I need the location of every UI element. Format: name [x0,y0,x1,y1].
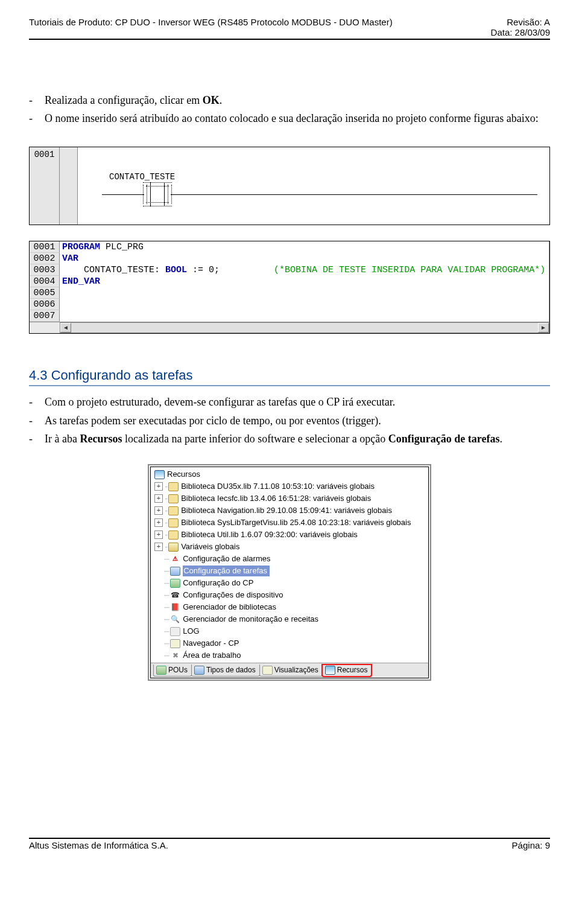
code-line: 0003 CONTATO_TESTE: BOOL := 0; (*BOBINA … [30,264,549,276]
expand-toggle[interactable]: + [154,494,163,503]
tree-item-label: Configurações de dispositivo [183,590,283,601]
expand-toggle[interactable]: + [154,518,163,527]
tree-item-label: Biblioteca SysLibTargetVisu.lib 25.4.08 … [181,517,411,528]
ladder-figure: 0001 CONTATO_TESTE [29,147,550,225]
code-rows: 0001PROGRAM PLC_PRG0002VAR0003 CONTATO_T… [30,241,549,322]
bullet-list-top: Realizada a configuração, clicar em OK. … [29,93,550,126]
tree-root-label: Recursos [167,469,200,480]
tree-item[interactable]: ····☎Configurações de dispositivo [153,589,426,601]
tree-item-label: Biblioteca Util.lib 1.6.07 09:32:00: var… [181,529,358,540]
ladder-rung-area: CONTATO_TESTE [78,147,549,225]
tree-root[interactable]: Recursos [153,468,426,480]
tree-item-label: Configuração de tarefas [183,566,270,576]
tab-label: Tipos de dados [206,665,256,675]
tree-item-label: Área de trabalho [183,650,241,661]
ladder-line-number: 0001 [30,147,60,225]
expand-toggle[interactable]: + [154,531,163,539]
code-line: 0006 [30,299,549,310]
tab-pous[interactable]: POUs [153,664,192,677]
task-icon [194,666,204,675]
code-line: 0002VAR [30,253,549,264]
monitor-icon: 🔍 [170,615,180,624]
alarm-icon: ⚠ [170,555,180,564]
cp-icon [156,666,166,675]
tree-item[interactable]: ····LOG [153,625,426,637]
tree-item[interactable]: +··Variáveis globais [153,541,426,553]
cp-icon [170,579,180,588]
tree-item-label: Gerenciador de monitoração e receitas [183,614,318,625]
tree-item[interactable]: +··Biblioteca Iecsfc.lib 13.4.06 16:51:2… [153,492,426,505]
line-number: 0004 [30,276,60,287]
line-number: 0002 [30,253,60,264]
normally-open-contact [144,185,171,204]
bullet-item: Com o projeto estruturado, devem-se conf… [45,395,550,409]
scroll-right-button[interactable]: ► [538,323,549,333]
tree-item[interactable]: +··Biblioteca DU35x.lib 7.11.08 10:53:10… [153,480,426,492]
bullet-item: Realizada a configuração, clicar em OK. [45,93,550,107]
folder-icon [168,531,179,540]
line-number: 0001 [30,241,60,253]
bullet-item: As tarefas podem ser executadas por cicl… [45,413,550,428]
tree-item-label: Biblioteca Iecsfc.lib 13.4.06 16:51:28: … [181,493,371,504]
resources-icon [154,470,165,479]
contact-label: CONTATO_TESTE [109,171,549,183]
tree-item[interactable]: ····📕Gerenciador de bibliotecas [153,601,426,613]
tree-item[interactable]: +··Biblioteca Util.lib 1.6.07 09:32:00: … [153,529,426,541]
bullet-list-mid: Com o projeto estruturado, devem-se conf… [29,395,550,446]
folder-icon [168,494,179,503]
line-text [60,310,549,322]
tab-label: Recursos [337,665,368,675]
bullet-item: O nome inserido será atribuído ao contat… [45,111,550,126]
wire-left [102,194,144,195]
header-left: Tutoriais de Produto: CP DUO - Inversor … [29,17,393,27]
scrollbar-row: ◄ ► [30,322,549,333]
section-heading: 4.3 Configurando as tarefas [29,366,550,387]
tree-item-label: Biblioteca Navigation.lib 29.10.08 15:09… [181,505,392,516]
code-line: 0001PROGRAM PLC_PRG [30,241,549,253]
horizontal-scrollbar[interactable]: ◄ ► [60,322,549,333]
tree-item[interactable]: +··Biblioteca Navigation.lib 29.10.08 15… [153,505,426,517]
ladder-flag-column [60,147,78,225]
footer-left: Altus Sistemas de Informática S.A. [29,840,168,850]
tree-item[interactable]: ····Configuração do CP [153,577,426,589]
task-icon [170,567,180,576]
folder-icon [168,482,179,491]
line-number: 0007 [30,310,60,322]
tab-visualizações[interactable]: Visualizações [259,664,323,677]
tree-item[interactable]: ····Navegador - CP [153,637,426,649]
expand-toggle[interactable]: + [154,482,163,491]
tree-item[interactable]: ····🔍Gerenciador de monitoração e receit… [153,613,426,625]
tree-body: Recursos+··Biblioteca DU35x.lib 7.11.08 … [151,467,428,663]
scroll-left-button[interactable]: ◄ [60,323,71,333]
tab-tipos-de-dados[interactable]: Tipos de dados [191,664,260,677]
bullet-item: Ir à aba Recursos localizada na parte in… [45,432,550,446]
nav-icon [262,666,273,675]
lib-icon: 📕 [170,603,180,612]
tab-recursos[interactable]: Recursos [322,664,372,677]
vars-icon [168,543,179,552]
line-number: 0005 [30,287,60,299]
resources-panel-figure: Recursos+··Biblioteca DU35x.lib 7.11.08 … [148,464,431,681]
page-footer: Altus Sistemas de Informática S.A. Págin… [29,838,550,850]
nav-icon [170,639,180,648]
tree-item[interactable]: ····✖Área de trabalho [153,649,426,661]
page-header: Tutoriais de Produto: CP DUO - Inversor … [29,17,550,40]
header-right: Revisão: A Data: 28/03/09 [479,17,550,37]
wire-right [171,194,537,195]
folder-icon [168,506,179,515]
tree-item[interactable]: ····⚠Configuração de alarmes [153,553,426,565]
tree-item-label: Configuração do CP [183,578,253,588]
tree-item-label: Gerenciador de bibliotecas [183,602,276,613]
line-text: END_VAR [60,276,549,287]
code-line: 0004END_VAR [30,276,549,287]
line-number: 0003 [30,264,60,276]
folder-icon [168,518,179,527]
tree-item-label: Variáveis globais [181,541,239,552]
tree-item-label: Navegador - CP [183,638,239,649]
expand-toggle[interactable]: + [154,506,163,515]
tab-label: Visualizações [274,665,318,675]
tree-item-label: Configuração de alarmes [183,553,270,564]
tree-item[interactable]: ····Configuração de tarefas [153,565,426,577]
expand-toggle[interactable]: + [154,543,163,551]
tree-item[interactable]: +··Biblioteca SysLibTargetVisu.lib 25.4.… [153,517,426,529]
